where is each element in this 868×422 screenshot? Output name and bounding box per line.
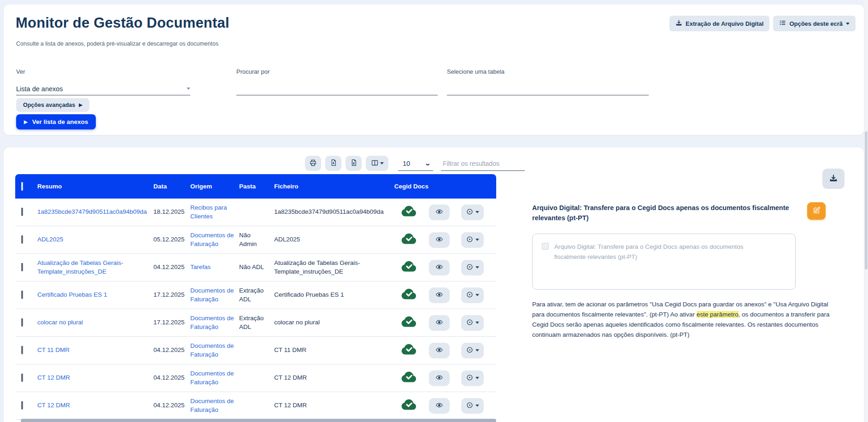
- view-label: Ver: [16, 68, 190, 75]
- header-card: Monitor de Gestão Documental Consulte a …: [4, 5, 864, 135]
- pasta-cell: Extração ADL: [239, 314, 274, 331]
- chevron-down-icon: [475, 322, 479, 324]
- origem-link[interactable]: Documentos de Faturação: [190, 315, 234, 330]
- chevron-down-icon: [475, 239, 479, 241]
- row-actions-button[interactable]: [461, 260, 484, 275]
- resumo-link[interactable]: CT 11 DMR: [37, 346, 70, 353]
- columns-button[interactable]: [366, 156, 388, 171]
- row-actions-button[interactable]: [461, 287, 484, 303]
- eye-icon: [435, 318, 443, 328]
- download-document-button[interactable]: [822, 169, 845, 189]
- extract-digital-archive-button[interactable]: Extração de Arquivo Digital: [669, 16, 769, 31]
- row-checkbox[interactable]: [21, 346, 23, 354]
- excel-export-icon: [350, 159, 358, 168]
- export-excel-button[interactable]: [346, 156, 362, 171]
- cloud-check-icon: [401, 343, 417, 358]
- row-checkbox[interactable]: [21, 401, 23, 410]
- preview-button[interactable]: [429, 205, 450, 220]
- results-filter-input[interactable]: [441, 156, 525, 171]
- preview-button[interactable]: [429, 287, 450, 303]
- table-select-input[interactable]: [447, 82, 649, 95]
- preview-button[interactable]: [429, 232, 450, 248]
- preview-button[interactable]: [429, 260, 450, 275]
- search-input[interactable]: [236, 82, 438, 95]
- table-row: ADL2025 05.12.2025 Documentos de Faturaç…: [15, 226, 496, 254]
- origem-link[interactable]: Documentos de Faturação: [190, 370, 234, 385]
- column-header-resumo[interactable]: Resumo: [37, 183, 153, 190]
- edit-icon: [813, 206, 821, 216]
- row-checkbox[interactable]: [21, 318, 23, 327]
- chevron-down-icon: [475, 349, 479, 352]
- screen-options-button[interactable]: Opções deste ecrã: [773, 16, 856, 31]
- row-actions-button[interactable]: [461, 315, 484, 331]
- row-actions-button[interactable]: [461, 343, 484, 358]
- ficheiro-cell: Certificado Pruebas ES 1: [274, 291, 394, 299]
- row-actions-button[interactable]: [461, 232, 484, 248]
- play-icon: ▶: [79, 103, 82, 107]
- column-header-data[interactable]: Data: [153, 183, 190, 190]
- ficheiro-cell: ADL2025: [274, 235, 394, 244]
- row-checkbox[interactable]: [21, 374, 23, 382]
- column-header-origem[interactable]: Origem: [190, 183, 239, 190]
- resumo-link[interactable]: colocar no plural: [37, 319, 83, 326]
- row-actions-button[interactable]: [461, 370, 484, 386]
- data-cell: 05.12.2025: [153, 235, 190, 244]
- page-subtitle: Consulte a lista de anexos, poderá pré-v…: [16, 41, 218, 47]
- row-actions-button[interactable]: [461, 205, 484, 220]
- chevron-down-icon: [846, 23, 850, 25]
- resumo-link[interactable]: Certificado Pruebas ES 1: [37, 291, 107, 298]
- settings-circle-icon: [466, 263, 474, 272]
- detail-description: Para ativar, tem de acionar os parâmetro…: [532, 299, 830, 340]
- row-checkbox[interactable]: [21, 291, 23, 299]
- origem-link[interactable]: Tarefas: [190, 264, 211, 270]
- resumo-link[interactable]: CT 12 DMR: [37, 374, 70, 381]
- data-cell: 04.12.2025: [153, 401, 190, 410]
- eye-icon: [435, 263, 443, 272]
- horizontal-scrollbar[interactable]: [21, 419, 496, 422]
- row-checkbox[interactable]: [21, 208, 23, 216]
- column-header-pasta[interactable]: Pasta: [239, 183, 274, 190]
- resumo-link[interactable]: 1a8235bcde37479d90511ac0a94b09da: [37, 208, 147, 215]
- table-row: colocar no plural 17.12.2025 Documentos …: [15, 309, 496, 337]
- origem-link[interactable]: Documentos de Faturação: [190, 232, 234, 247]
- preview-button[interactable]: [429, 370, 450, 386]
- preview-button[interactable]: [429, 343, 450, 358]
- row-checkbox[interactable]: [21, 263, 23, 271]
- edit-button[interactable]: [807, 202, 826, 220]
- print-button[interactable]: [305, 156, 321, 171]
- preview-button[interactable]: [429, 398, 450, 414]
- origem-link[interactable]: Documentos de Faturação: [190, 398, 234, 413]
- page-size-select[interactable]: 10 ⌄: [398, 156, 433, 171]
- extract-digital-archive-label: Extração de Arquivo Digital: [686, 20, 763, 27]
- origem-link[interactable]: Documentos de Faturação: [190, 287, 234, 302]
- advanced-options-button[interactable]: Opções avançadas ▶: [16, 98, 89, 112]
- view-attachments-button[interactable]: ▶ Ver lista de anexos: [16, 114, 96, 129]
- export-pdf-button[interactable]: [325, 156, 341, 171]
- eye-icon: [435, 401, 443, 410]
- column-header-ficheiro[interactable]: Ficheiro: [274, 183, 394, 190]
- page-title: Monitor de Gestão Documental: [16, 15, 229, 31]
- origem-link[interactable]: Documentos de Faturação: [190, 342, 234, 358]
- resumo-link[interactable]: CT 12 DMR: [37, 402, 70, 409]
- origem-link[interactable]: Recibos para Clientes: [190, 204, 227, 219]
- vertical-scrollbar[interactable]: [864, 0, 868, 422]
- data-cell: 04.12.2025: [153, 346, 190, 354]
- table-row: Certificado Pruebas ES 1 17.12.2025 Docu…: [15, 281, 496, 309]
- scrollbar-thumb[interactable]: [865, 131, 868, 270]
- resumo-link[interactable]: ADL2025: [37, 236, 63, 243]
- row-checkbox[interactable]: [21, 235, 23, 244]
- eye-icon: [435, 346, 443, 355]
- column-header-cegid-docs[interactable]: Cegid Docs: [394, 182, 429, 191]
- select-all-checkbox[interactable]: [21, 182, 23, 191]
- chevron-down-icon: [475, 377, 479, 379]
- cloud-check-icon: [401, 315, 417, 330]
- parameter-checkbox[interactable]: [542, 243, 549, 250]
- view-select[interactable]: Lista de anexos: [16, 82, 190, 95]
- eye-icon: [435, 235, 443, 245]
- ficheiro-cell: CT 12 DMR: [274, 374, 394, 382]
- row-actions-button[interactable]: [461, 398, 484, 414]
- preview-button[interactable]: [429, 315, 450, 331]
- columns-icon: [371, 159, 379, 168]
- pasta-cell: Não Admin: [239, 231, 274, 248]
- resumo-link[interactable]: Atualização de Tabelas Gerais-Template_i…: [37, 259, 123, 275]
